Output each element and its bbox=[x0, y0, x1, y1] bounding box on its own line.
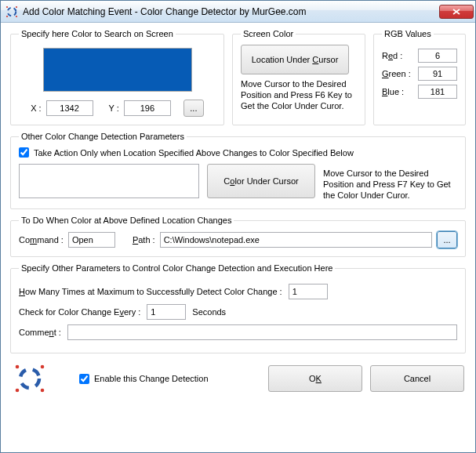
app-logo bbox=[12, 363, 48, 394]
y-label: Y : bbox=[109, 103, 119, 113]
svg-point-8 bbox=[16, 389, 20, 393]
command-label: Command : bbox=[19, 235, 64, 245]
comment-label: Comment : bbox=[19, 328, 61, 337]
enable-detection-label[interactable]: Enable this Change Detection bbox=[94, 374, 209, 383]
location-under-cursor-button[interactable]: Location Under Cursor bbox=[241, 45, 349, 74]
x-input[interactable] bbox=[46, 100, 93, 116]
window: Add Color Matching Event - Color Change … bbox=[0, 0, 476, 453]
path-label: Path : bbox=[133, 235, 155, 245]
red-label: Red : bbox=[382, 51, 418, 60]
close-button[interactable] bbox=[439, 5, 474, 19]
content: Specify here Color to Search on Screen X… bbox=[1, 23, 475, 452]
red-input[interactable] bbox=[418, 49, 457, 63]
check-every-input[interactable] bbox=[147, 304, 186, 320]
take-action-checkbox[interactable] bbox=[19, 147, 29, 158]
color-under-cursor-hint: Move Cursor to the Desired Position and … bbox=[323, 169, 457, 201]
green-label: Green : bbox=[382, 69, 418, 78]
take-action-label[interactable]: Take Action Only when Location Specified… bbox=[34, 148, 354, 158]
blue-label: Blue : bbox=[382, 87, 418, 96]
group-rgb: RGB Values Red : Green : Blue : bbox=[373, 29, 466, 125]
group-search-color: Specify here Color to Search on Screen X… bbox=[10, 29, 224, 125]
other-params-legend: Other Color Change Detection Parameters bbox=[19, 132, 187, 141]
group-todo: To Do When Color at Above Defined Locati… bbox=[10, 216, 466, 257]
command-input[interactable] bbox=[68, 232, 115, 248]
green-input[interactable] bbox=[418, 67, 457, 81]
color-under-cursor-button[interactable]: Color Under Cursor bbox=[207, 164, 315, 198]
group-extra-params: Specify Other Parameters to Control Colo… bbox=[10, 263, 466, 353]
screen-color-legend: Screen Color bbox=[241, 29, 296, 38]
close-icon bbox=[452, 9, 460, 15]
cancel-button[interactable]: Cancel bbox=[370, 365, 464, 392]
xy-browse-button[interactable]: ... bbox=[183, 100, 204, 117]
group-other-params: Other Color Change Detection Parameters … bbox=[10, 132, 466, 209]
app-icon bbox=[5, 5, 18, 18]
check-every-unit: Seconds bbox=[192, 307, 226, 317]
check-every-label: Check for Color Change Every : bbox=[19, 307, 140, 317]
svg-point-0 bbox=[8, 7, 16, 16]
svg-point-7 bbox=[41, 365, 45, 369]
titlebar: Add Color Matching Event - Color Change … bbox=[1, 1, 475, 23]
footer: Enable this Change Detection OK Cancel bbox=[10, 360, 466, 396]
svg-point-1 bbox=[6, 5, 8, 7]
blue-input[interactable] bbox=[418, 85, 457, 99]
svg-point-5 bbox=[20, 369, 39, 388]
extra-legend: Specify Other Parameters to Control Colo… bbox=[19, 263, 335, 273]
window-title: Add Color Matching Event - Color Change … bbox=[23, 6, 439, 17]
todo-legend: To Do When Color at Above Defined Locati… bbox=[19, 216, 234, 225]
y-input[interactable] bbox=[124, 100, 171, 116]
comment-input[interactable] bbox=[67, 324, 457, 340]
enable-detection-checkbox[interactable] bbox=[79, 374, 89, 384]
path-browse-button[interactable]: ... bbox=[437, 231, 457, 248]
group-screen-color: Screen Color Location Under Cursor Move … bbox=[232, 29, 365, 125]
max-detect-input[interactable] bbox=[289, 284, 328, 299]
svg-point-3 bbox=[6, 15, 8, 16]
target-color-swatch bbox=[19, 164, 199, 198]
svg-point-4 bbox=[16, 15, 17, 16]
search-legend: Specify here Color to Search on Screen bbox=[19, 29, 176, 38]
svg-point-2 bbox=[16, 5, 17, 7]
svg-point-6 bbox=[16, 365, 20, 369]
max-detect-label: How Many Times at Maximum to Successfull… bbox=[19, 287, 282, 296]
x-label: X : bbox=[31, 103, 41, 113]
path-input[interactable] bbox=[160, 232, 432, 248]
ok-button[interactable]: OK bbox=[268, 365, 362, 392]
search-color-swatch bbox=[43, 48, 192, 92]
screen-color-hint: Move Cursor to the Desired Position and … bbox=[241, 79, 357, 111]
rgb-legend: RGB Values bbox=[382, 29, 434, 38]
svg-point-9 bbox=[41, 389, 45, 393]
